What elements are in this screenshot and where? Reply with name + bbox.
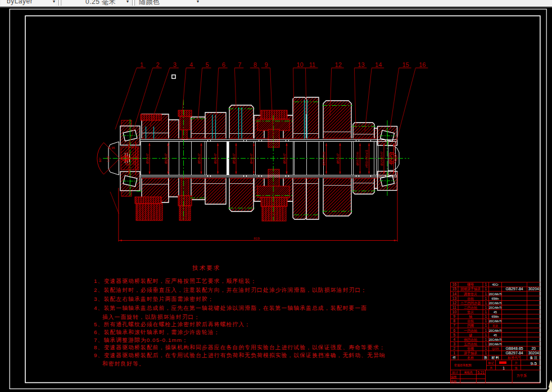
svg-text:Ø28H7: Ø28H7 [214,154,217,164]
svg-text:1: 1 [485,282,487,286]
svg-text:标记: 标记 [487,361,494,365]
svg-text:3: 3 [453,342,455,346]
svg-text:GB297-84: GB297-84 [506,287,523,291]
svg-text:垫片: 垫片 [467,310,474,314]
svg-text:Ø55H7/f6: Ø55H7/f6 [356,152,359,166]
svg-text:8: 8 [453,319,455,323]
svg-text:4、装第一轴轴承盖总成前，应先在第一轴花键处涂以润滑脂，在装: 4、装第一轴轴承盖总成前，应先在第一轴花键处涂以润滑脂，在装第一轴轴承盖总成，装… [94,305,367,311]
svg-text:7: 7 [453,323,455,327]
svg-text:1: 1 [485,337,487,341]
svg-text:20CrMnTi: 20CrMnTi [489,343,502,346]
svg-text:键: 键 [469,334,472,337]
svg-text:共: 共 [490,366,492,370]
svg-text:葛晓亮: 葛晓亮 [464,371,473,375]
svg-text:倒挡齿轮: 倒挡齿轮 [464,338,477,342]
svg-text:1: 1 [503,366,505,370]
svg-text:调整垫片: 调整垫片 [463,292,477,296]
svg-text:1: 1 [140,61,143,68]
svg-text:齿轮: 齿轮 [467,297,474,301]
svg-text:Ø25M7/f7: Ø25M7/f7 [380,151,383,165]
svg-text:1: 1 [485,287,487,291]
svg-text:备 注: 备 注 [530,355,537,360]
svg-text:Ø25H7/f6: Ø25H7/f6 [322,152,325,166]
svg-text:1: 1 [453,351,455,355]
svg-text:件: 件 [453,356,456,359]
svg-text:垫圈: 垫圈 [467,347,474,351]
svg-text:1: 1 [485,342,487,346]
svg-text:1: 1 [485,328,487,332]
svg-text:变速器装配图: 变速器装配图 [454,363,471,367]
svg-text:Ø25H7: Ø25H7 [164,154,168,164]
svg-text:描图: 描图 [451,375,456,379]
svg-text:20CrMnTi: 20CrMnTi [489,319,502,323]
svg-text:14: 14 [375,61,382,68]
svg-text:16: 16 [452,282,456,286]
svg-text:5: 5 [453,333,455,337]
svg-text:二挡齿轮: 二挡齿轮 [464,306,477,310]
svg-text:20CrMnTi: 20CrMnTi [489,338,502,341]
svg-text:16: 16 [419,61,426,68]
svg-text:60°: 60° [98,157,102,162]
svg-text:10: 10 [452,310,456,314]
svg-text:Ø45H7: Ø45H7 [250,154,253,164]
svg-text:螺母: 螺母 [467,282,474,287]
svg-text:12: 12 [452,301,456,305]
svg-text:20CrMnTi: 20CrMnTi [489,301,502,305]
svg-text:Ø30H7: Ø30H7 [146,154,149,164]
svg-text:五挡齿轮: 五挡齿轮 [464,343,477,346]
svg-text:一挡齿轮: 一挡齿轮 [464,329,477,333]
svg-text:2: 2 [453,346,455,350]
svg-text:挡圈: 挡圈 [467,324,474,328]
svg-text:819: 819 [254,236,260,240]
svg-text:1.85: 1.85 [106,156,110,163]
svg-text:11: 11 [453,305,456,309]
svg-text:1、变速器驱动桥装配时，应严格按照工艺要求，顺序组装；: 1、变速器驱动桥装配时，应严格按照工艺要求，顺序组装； [94,278,257,284]
svg-text:40Cr: 40Cr [492,283,499,286]
svg-text:45: 45 [494,310,497,314]
svg-text:设计: 设计 [451,371,458,374]
svg-text:1: 1 [485,346,487,350]
svg-text:6、装配轴承和滚针轴承时，需涂少许齿轮油；: 6、装配轴承和滚针轴承时，需涂少许齿轮油； [94,329,220,335]
svg-text:技术要求: 技术要求 [192,264,220,271]
svg-text:数: 数 [484,356,487,359]
svg-text:65Mn: 65Mn [492,315,499,318]
svg-text:1: 1 [485,333,487,337]
svg-text:5.21: 5.21 [477,371,485,375]
svg-text:Ø58H7: Ø58H7 [283,154,286,164]
svg-text:13: 13 [452,296,456,300]
svg-text:9、变速器驱动桥装配后，在专用试验台上进行有负荷和无负荷模拟: 9、变速器驱动桥装配后，在专用试验台上进行有负荷和无负荷模拟实验，以保证换挡准确… [94,352,386,358]
svg-text:9: 9 [453,314,455,318]
svg-text:2、装配油封时，必须垂直压入，注意装配方向，并在油封刃口处涂: 2、装配油封时，必须垂直压入，注意装配方向，并在油封刃口处涂少许润滑脂，以防损坏… [94,287,367,293]
svg-text:4: 4 [453,337,455,341]
svg-text:8: 8 [254,61,257,68]
svg-text:4: 4 [189,61,193,68]
svg-text:20CrMnTi: 20CrMnTi [489,292,502,296]
svg-text:5、所有通孔螺纹必须在螺栓上涂密封胶后再将螺栓拧入；: 5、所有通孔螺纹必须在螺栓上涂密封胶后再将螺栓拧入； [94,321,251,327]
svg-text:9: 9 [265,61,268,68]
svg-text:GB297-84: GB297-84 [506,351,523,355]
svg-text:15: 15 [452,287,456,291]
svg-text:1: 1 [485,323,487,327]
svg-text:齿轮: 齿轮 [467,319,474,323]
svg-text:11: 11 [309,61,315,68]
svg-text:圆锥滚子轴承: 圆锥滚子轴承 [460,287,481,291]
svg-text:材 料: 材 料 [491,356,499,360]
svg-text:20CrMnTi: 20CrMnTi [489,306,502,309]
svg-text:1: 1 [485,314,487,318]
svg-text:GB848-85: GB848-85 [506,346,523,350]
svg-text:滚子轴承: 滚子轴承 [464,351,477,355]
svg-text:1.95: 1.95 [109,146,115,150]
svg-text:20CrMnTi: 20CrMnTi [489,329,502,332]
svg-text:1: 1 [485,319,487,323]
svg-text:30204: 30204 [528,351,539,355]
svg-text:片: 片 [514,361,517,365]
svg-text:6: 6 [453,328,455,332]
svg-text:3、装配左右轴承盖时垫片两面需涂密封胶；: 3、装配左右轴承盖时垫片两面需涂密封胶； [94,296,214,302]
svg-text:Q235: Q235 [492,347,499,350]
svg-text:Ø58H7: Ø58H7 [336,154,340,164]
svg-text:10: 10 [296,61,303,68]
svg-text:标准代号: 标准代号 [507,356,521,360]
svg-text:30204: 30204 [528,287,539,291]
svg-text:2: 2 [156,61,160,68]
svg-text:尼龙: 尼龙 [492,324,498,327]
